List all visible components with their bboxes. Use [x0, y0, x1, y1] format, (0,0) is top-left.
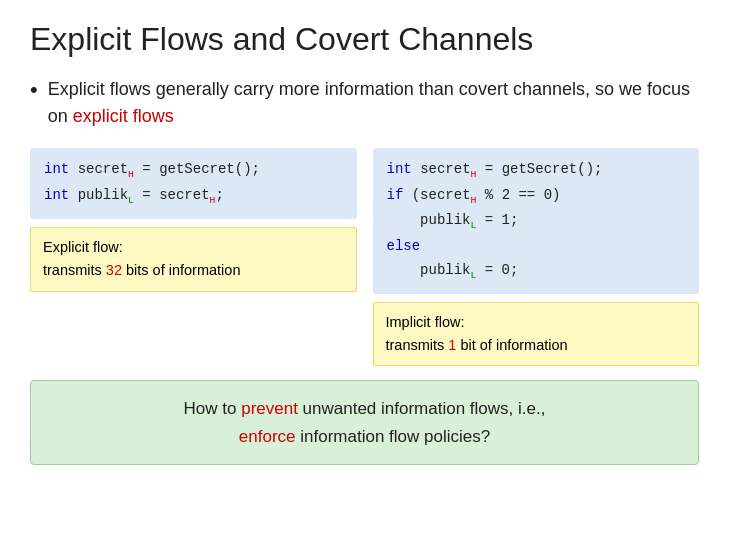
- right-code-line2: if (secretH % 2 == 0): [387, 184, 686, 209]
- right-code-line1: int secretH = getSecret();: [387, 158, 686, 183]
- right-code-block: int secretH = getSecret(); if (secretH %…: [373, 148, 700, 294]
- bottom-prevent: prevent: [241, 399, 298, 418]
- right-code-line4: else: [387, 235, 686, 259]
- bullet-text: Explicit flows generally carry more info…: [48, 76, 699, 130]
- right-label-box: Implicit flow: transmits 1 bit of inform…: [373, 302, 700, 366]
- right-desc-after: bit of information: [456, 337, 567, 353]
- right-code-line3: publikL = 1;: [387, 209, 686, 234]
- left-desc-highlight: 32: [106, 262, 122, 278]
- page-title: Explicit Flows and Covert Channels: [30, 20, 699, 58]
- sub-H-3: H: [471, 169, 477, 180]
- left-desc-after: bits of information: [122, 262, 240, 278]
- left-label-title: Explicit flow:: [43, 236, 344, 259]
- right-column: int secretH = getSecret(); if (secretH %…: [373, 148, 700, 366]
- bottom-box: How to prevent unwanted information flow…: [30, 380, 699, 464]
- bottom-after2: information flow policies?: [296, 427, 491, 446]
- sub-H-2: H: [210, 195, 216, 206]
- sub-L-3: L: [471, 269, 477, 280]
- kw-int-3: int: [387, 161, 412, 177]
- sub-H-4: H: [471, 195, 477, 206]
- bullet-highlight: explicit flows: [73, 106, 174, 126]
- sub-H-1: H: [128, 169, 134, 180]
- bottom-line2: enforce information flow policies?: [51, 423, 678, 450]
- bullet-dot: •: [30, 76, 38, 105]
- left-label-desc: transmits 32 bits of information: [43, 259, 344, 282]
- left-code-line2: int publikL = secretH;: [44, 184, 343, 209]
- left-column: int secretH = getSecret(); int publikL =…: [30, 148, 357, 366]
- right-label-title: Implicit flow:: [386, 311, 687, 334]
- left-code-block: int secretH = getSecret(); int publikL =…: [30, 148, 357, 219]
- left-code-line1: int secretH = getSecret();: [44, 158, 343, 183]
- kw-else: else: [387, 238, 421, 254]
- left-label-box: Explicit flow: transmits 32 bits of info…: [30, 227, 357, 291]
- bullet-section: • Explicit flows generally carry more in…: [30, 76, 699, 130]
- kw-if: if: [387, 187, 404, 203]
- bottom-after1: unwanted information flows, i.e.,: [298, 399, 546, 418]
- sub-L-2: L: [471, 220, 477, 231]
- bottom-line1: How to prevent unwanted information flow…: [51, 395, 678, 422]
- left-desc-before: transmits: [43, 262, 106, 278]
- bottom-enforce: enforce: [239, 427, 296, 446]
- bottom-before: How to: [184, 399, 242, 418]
- kw-int-1: int: [44, 161, 69, 177]
- right-desc-before: transmits: [386, 337, 449, 353]
- sub-L-1: L: [128, 195, 134, 206]
- right-code-line5: publikL = 0;: [387, 259, 686, 284]
- kw-int-2: int: [44, 187, 69, 203]
- right-label-desc: transmits 1 bit of information: [386, 334, 687, 357]
- code-columns: int secretH = getSecret(); int publikL =…: [30, 148, 699, 366]
